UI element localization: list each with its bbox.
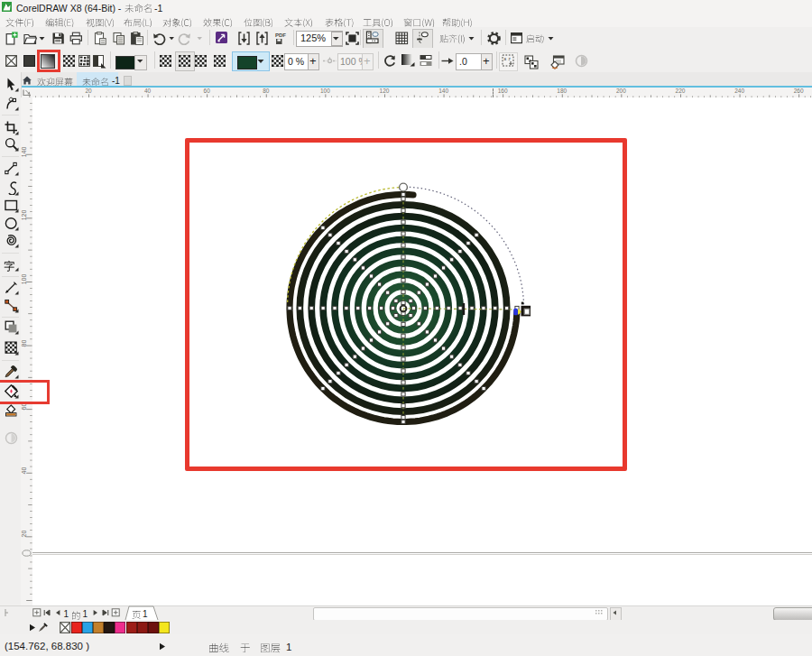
svg-text:PDF: PDF [275, 32, 286, 37]
svg-text:z: z [508, 57, 511, 61]
svg-text:a: a [503, 57, 506, 61]
